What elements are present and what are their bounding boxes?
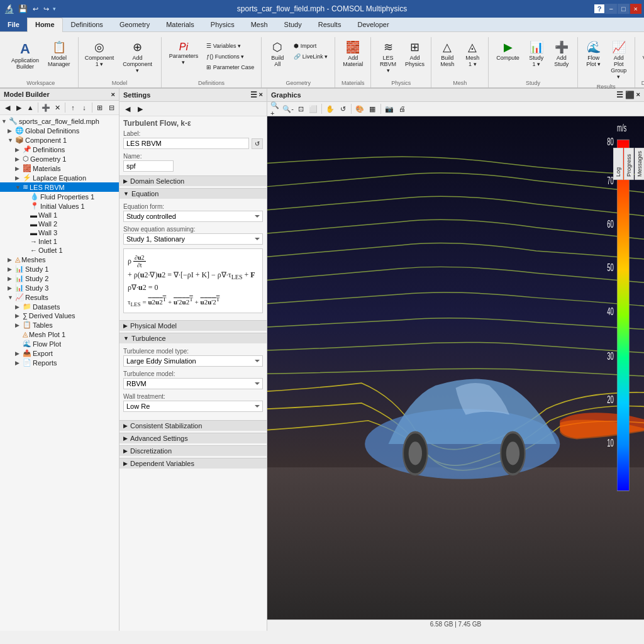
- pan-btn[interactable]: ✋: [325, 103, 336, 114]
- graphics-viewport[interactable]: 80 70 60 50 40 30 20 10 m/s Messages Pro…: [267, 116, 644, 619]
- tree-item-fluid-props[interactable]: 💧 Fluid Properties 1: [0, 192, 119, 201]
- equation-header[interactable]: ▼ Equation: [119, 188, 267, 199]
- tab-results[interactable]: Results: [310, 18, 350, 32]
- show-equation-select[interactable]: Study 1, Stationary: [123, 233, 263, 245]
- tree-item-study1[interactable]: ▶ 📊 Study 1: [0, 264, 119, 274]
- settings-nav-back[interactable]: ◀: [122, 103, 133, 114]
- physical-model-header[interactable]: ▶ Physical Model: [119, 320, 267, 331]
- label-reset-btn[interactable]: ↺: [252, 138, 263, 149]
- restore-button[interactable]: □: [618, 4, 630, 14]
- minimize-button[interactable]: −: [605, 4, 616, 14]
- discretization-header[interactable]: ▶ Discretization: [119, 445, 267, 456]
- tree-item-component1[interactable]: ▼ 📦 Component 1: [0, 135, 119, 145]
- tab-physics[interactable]: Physics: [203, 18, 243, 32]
- add-node-button[interactable]: ➕: [41, 102, 51, 113]
- import-button[interactable]: ⬢ Import: [291, 41, 331, 51]
- file-button[interactable]: File: [0, 18, 27, 31]
- quick-access-undo[interactable]: ↩: [31, 4, 40, 14]
- name-input[interactable]: [123, 160, 174, 172]
- edge-mode-btn[interactable]: ▦: [367, 103, 378, 114]
- add-physics-button[interactable]: ⊞ AddPhysics: [402, 38, 427, 70]
- les-rbvm-button[interactable]: ≋ LESRBVM ▾: [375, 38, 401, 76]
- help-button[interactable]: ?: [594, 4, 605, 13]
- parameters-button[interactable]: Pi Parameters▾: [165, 38, 203, 68]
- tree-item-materials[interactable]: ▶ 🧱 Materials: [0, 164, 119, 173]
- tab-materials[interactable]: Materials: [158, 18, 203, 32]
- tree-item-tables[interactable]: ▶ 📋 Tables: [0, 320, 119, 330]
- add-component-button[interactable]: ⊕ AddComponent ▾: [118, 38, 157, 76]
- move-up-button[interactable]: ↑: [68, 102, 78, 113]
- render-mode-btn[interactable]: 🎨: [354, 103, 365, 114]
- collapse-all-button[interactable]: ⊟: [106, 102, 116, 113]
- tab-definitions[interactable]: Definitions: [63, 18, 111, 32]
- dependent-variables-header[interactable]: ▶ Dependent Variables: [119, 458, 267, 469]
- tree-item-root[interactable]: ▼ 🔧 sports_car_flow_field.mph: [0, 116, 119, 126]
- tree-item-initial-values[interactable]: 📍 Initial Values 1: [0, 201, 119, 211]
- expand-all-button[interactable]: ⊞: [95, 102, 105, 113]
- turbulence-model-select[interactable]: RBVM: [123, 378, 263, 389]
- advanced-settings-header[interactable]: ▶ Advanced Settings: [119, 433, 267, 443]
- tab-home[interactable]: Home: [27, 18, 63, 32]
- compute-button[interactable]: ▶ Compute: [492, 38, 523, 64]
- tree-item-laplace[interactable]: ▶ ⚡ Laplace Equation: [0, 173, 119, 182]
- tree-item-reports[interactable]: ▶ 📄 Reports: [0, 358, 119, 367]
- graphics-menu-btn[interactable]: ☰: [616, 91, 623, 99]
- settings-nav-forward[interactable]: ▶: [135, 103, 146, 114]
- nav-up-button[interactable]: ▲: [25, 102, 35, 113]
- tree-item-global-defs[interactable]: ▶ 🌐 Global Definitions: [0, 126, 119, 135]
- tab-progress[interactable]: Progress: [624, 148, 634, 180]
- zoom-fit-btn[interactable]: ⊡: [295, 103, 306, 114]
- variables-button[interactable]: ☰ Variables ▾: [203, 41, 257, 51]
- delete-node-button[interactable]: ✕: [52, 102, 62, 113]
- tree-item-wall1[interactable]: ▬ Wall 1: [0, 211, 119, 219]
- build-all-button[interactable]: ⬡ BuildAll: [265, 38, 289, 70]
- settings-close-btn[interactable]: ×: [259, 91, 263, 99]
- tree-item-results[interactable]: ▼ 📈 Results: [0, 292, 119, 302]
- zoom-out-btn[interactable]: 🔍-: [282, 103, 294, 114]
- flow-plot-button[interactable]: 🌊 FlowPlot ▾: [582, 38, 606, 70]
- tree-item-meshes[interactable]: ▶ ◬ Meshes: [0, 255, 119, 264]
- component-button[interactable]: ◎ Component1 ▾: [82, 38, 117, 70]
- turbulence-header[interactable]: ▼ Turbulence: [119, 333, 267, 343]
- tree-item-datasets[interactable]: ▶ 📁 Datasets: [0, 302, 119, 311]
- mesh1-button[interactable]: ◬ Mesh1 ▾: [460, 38, 484, 70]
- tree-item-study2[interactable]: ▶ 📊 Study 2: [0, 274, 119, 283]
- tree-item-geometry1[interactable]: ▶ ⬡ Geometry 1: [0, 154, 119, 164]
- graphics-popout-btn[interactable]: ⬛: [625, 91, 635, 99]
- tree-item-wall2[interactable]: ▬ Wall 2: [0, 219, 119, 228]
- tree-item-inlet1[interactable]: → Inlet 1: [0, 237, 119, 246]
- tree-item-definitions[interactable]: ▶ 📌 Definitions: [0, 145, 119, 154]
- move-down-button[interactable]: ↓: [79, 102, 89, 113]
- model-builder-close[interactable]: ×: [111, 91, 115, 98]
- zoom-box-btn[interactable]: ⬜: [308, 103, 319, 114]
- application-builder-button[interactable]: A ApplicationBuilder: [8, 38, 43, 72]
- quick-access-save[interactable]: 💾: [17, 3, 29, 14]
- add-study-button[interactable]: ➕ AddStudy: [550, 38, 574, 70]
- tab-study[interactable]: Study: [276, 18, 310, 32]
- rotate-btn[interactable]: ↺: [337, 103, 348, 114]
- build-mesh-button[interactable]: △ BuildMesh: [435, 38, 459, 70]
- versions-button[interactable]: 🗃 Versions: [639, 38, 644, 64]
- tree-item-outlet1[interactable]: ← Outlet 1: [0, 246, 119, 255]
- close-button[interactable]: ×: [630, 4, 641, 14]
- label-input[interactable]: [123, 138, 249, 149]
- functions-button[interactable]: ƒ() Functions ▾: [203, 52, 257, 62]
- equation-form-select[interactable]: Study controlled: [123, 211, 263, 222]
- graphics-close-btn[interactable]: ×: [636, 91, 640, 99]
- screenshot-btn[interactable]: 📷: [384, 103, 395, 114]
- tab-geometry[interactable]: Geometry: [111, 18, 158, 32]
- nav-back-button[interactable]: ◀: [3, 102, 13, 113]
- tree-item-wall3[interactable]: ▬ Wall 3: [0, 228, 119, 237]
- add-material-button[interactable]: 🧱 AddMaterial: [339, 38, 367, 70]
- add-plot-group-button[interactable]: 📈 Add PlotGroup ▾: [607, 38, 631, 82]
- tree-item-mesh-plot1[interactable]: ◬ Mesh Plot 1: [0, 330, 119, 339]
- tab-log[interactable]: Log: [613, 148, 623, 180]
- tree-item-derived-values[interactable]: ▶ ∑ Derived Values: [0, 311, 119, 320]
- consistent-stabilization-header[interactable]: ▶ Consistent Stabilization: [119, 420, 267, 431]
- tree-item-study3[interactable]: ▶ 📊 Study 3: [0, 283, 119, 292]
- tree-item-export[interactable]: ▶ 📤 Export: [0, 348, 119, 358]
- nav-forward-button[interactable]: ▶: [14, 102, 24, 113]
- model-manager-button[interactable]: 📋 ModelManager: [44, 38, 74, 70]
- tree-item-les-rbvm[interactable]: ▼ ≋ LES RBVM: [0, 182, 119, 192]
- settings-menu-btn[interactable]: ☰: [250, 91, 257, 99]
